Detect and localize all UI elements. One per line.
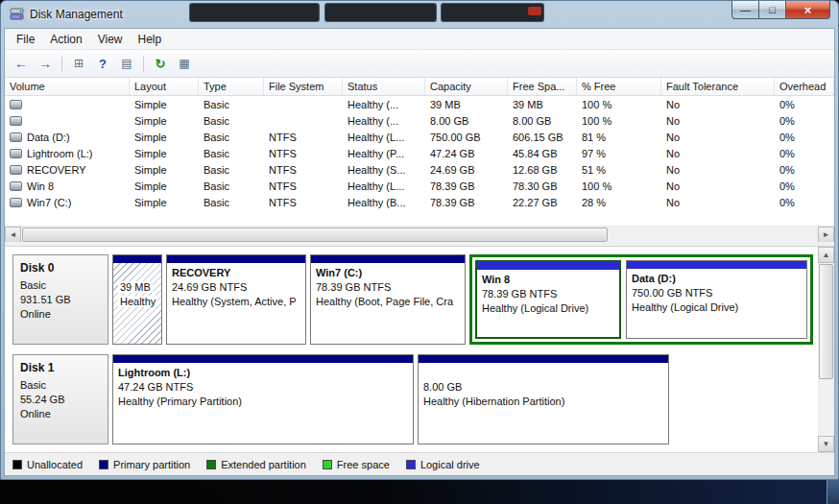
disk-status: Online bbox=[20, 407, 101, 421]
column-header-volume[interactable]: Volume bbox=[5, 78, 130, 95]
show-console-tree-button[interactable]: ⊞ bbox=[67, 53, 90, 74]
menu-action[interactable]: Action bbox=[42, 30, 89, 49]
back-button[interactable]: ← bbox=[10, 53, 33, 74]
extended-partition[interactable]: Win 8 78.39 GB NTFS Healthy (Logical Dri… bbox=[469, 254, 813, 345]
volume-row[interactable]: Simple Basic Healthy (... 39 MB 39 MB 10… bbox=[5, 96, 834, 112]
scroll-down-button[interactable]: ▼ bbox=[818, 436, 834, 452]
partition-oem-39mb[interactable]: 39 MB Healthy bbox=[112, 254, 162, 345]
cell-overhead: 0% bbox=[775, 99, 834, 110]
volume-icon bbox=[10, 100, 22, 109]
volume-icon bbox=[10, 149, 22, 158]
partition-size: 24.69 GB NTFS bbox=[172, 280, 300, 295]
legend-item: Primary partition bbox=[99, 459, 190, 470]
column-header-fault-tolerance[interactable]: Fault Tolerance bbox=[661, 78, 775, 95]
volume-row[interactable]: Win 8 Simple Basic NTFS Healthy (L... 78… bbox=[5, 178, 834, 194]
volume-row[interactable]: Simple Basic Healthy (... 8.00 GB 8.00 G… bbox=[5, 112, 834, 129]
back-icon: ← bbox=[14, 56, 28, 71]
scroll-right-button[interactable]: ► bbox=[818, 227, 834, 243]
column-header-file-system[interactable]: File System bbox=[264, 78, 343, 95]
cell-fault-tolerance: No bbox=[661, 180, 775, 192]
partition-size: 78.39 GB NTFS bbox=[482, 287, 614, 301]
partition-win8[interactable]: Win 8 78.39 GB NTFS Healthy (Logical Dri… bbox=[475, 260, 621, 339]
disk-0-info[interactable]: Disk 0 Basic 931.51 GB Online bbox=[12, 254, 108, 345]
logical-drive-color-swatch bbox=[406, 460, 416, 469]
partition-status: Healthy (Logical Drive) bbox=[632, 300, 802, 315]
menu-view[interactable]: View bbox=[90, 30, 131, 49]
partition-name bbox=[118, 266, 156, 280]
partition-hibernation[interactable]: 8.00 GB Healthy (Hibernation Partition) bbox=[418, 354, 669, 444]
forward-button[interactable]: → bbox=[34, 53, 57, 74]
disk-capacity: 55.24 GB bbox=[20, 393, 101, 407]
help-icon: ? bbox=[99, 57, 107, 71]
partition-recovery[interactable]: RECOVERY 24.69 GB NTFS Healthy (System, … bbox=[166, 254, 306, 345]
vertical-scrollbar-thumb[interactable] bbox=[819, 264, 833, 379]
volume-list-header: Volume Layout Type File System Status Ca… bbox=[5, 78, 834, 96]
volume-row[interactable]: Data (D:) Simple Basic NTFS Healthy (L..… bbox=[5, 129, 834, 145]
vertical-scrollbar-track[interactable] bbox=[818, 379, 834, 436]
partition-status: Healthy (Hibernation Partition) bbox=[423, 395, 663, 409]
taskbar[interactable] bbox=[0, 480, 839, 504]
unused-space bbox=[673, 354, 813, 444]
column-header-type[interactable]: Type bbox=[199, 78, 264, 95]
title-bar[interactable]: Disk Management — □ × bbox=[1, 1, 838, 28]
column-header-free-space[interactable]: Free Spa... bbox=[508, 78, 577, 95]
help-button[interactable]: ? bbox=[91, 53, 114, 74]
volume-row[interactable]: RECOVERY Simple Basic NTFS Healthy (S...… bbox=[5, 161, 834, 178]
menu-file[interactable]: File bbox=[9, 30, 42, 49]
column-header-capacity[interactable]: Capacity bbox=[425, 78, 508, 95]
scroll-up-button[interactable]: ▲ bbox=[818, 247, 834, 263]
minimize-button[interactable]: — bbox=[731, 1, 759, 19]
horizontal-scrollbar: ◄ ► bbox=[5, 226, 834, 242]
partition-name: Lightroom (L:) bbox=[118, 366, 408, 380]
console-tree-icon: ⊞ bbox=[74, 57, 84, 70]
cell-type: Basic bbox=[199, 148, 264, 159]
cell-fault-tolerance: No bbox=[661, 99, 775, 110]
scroll-up-icon: ▲ bbox=[823, 251, 830, 259]
disk-0-partitions: 39 MB Healthy RECOVERY 24.69 GB NTFS Hea… bbox=[112, 254, 813, 345]
volume-row[interactable]: Lightroom (L:) Simple Basic NTFS Healthy… bbox=[5, 145, 834, 161]
cell-fault-tolerance: No bbox=[661, 132, 775, 143]
column-header-layout[interactable]: Layout bbox=[130, 78, 199, 95]
legend-label: Logical drive bbox=[420, 459, 480, 470]
desktop: Disk Management — □ × File Action View bbox=[0, 0, 839, 504]
column-header-overhead[interactable]: Overhead bbox=[775, 78, 834, 95]
partition-data-d[interactable]: Data (D:) 750.00 GB NTFS Healthy (Logica… bbox=[626, 260, 807, 339]
cell-overhead: 0% bbox=[775, 132, 834, 143]
refresh-button[interactable]: ↻ bbox=[149, 53, 172, 74]
column-header-pct-free[interactable]: % Free bbox=[577, 78, 661, 95]
cell-layout: Simple bbox=[130, 180, 199, 192]
partition-size: 47.24 GB NTFS bbox=[118, 380, 408, 395]
scroll-left-button[interactable]: ◄ bbox=[5, 227, 21, 243]
partition-win7-c[interactable]: Win7 (C:) 78.39 GB NTFS Healthy (Boot, P… bbox=[310, 254, 466, 345]
column-header-status[interactable]: Status bbox=[343, 78, 425, 95]
disk-1-info[interactable]: Disk 1 Basic 55.24 GB Online bbox=[12, 354, 108, 444]
maximize-button[interactable]: □ bbox=[759, 1, 786, 19]
show-desktop-button[interactable] bbox=[827, 480, 839, 504]
close-icon: × bbox=[804, 3, 812, 17]
volume-icon bbox=[10, 198, 22, 207]
cell-file-system: NTFS bbox=[264, 197, 343, 208]
volume-row[interactable]: Win7 (C:) Simple Basic NTFS Healthy (B..… bbox=[5, 194, 834, 210]
volume-icon bbox=[10, 181, 22, 191]
cell-volume: Data (D:) bbox=[5, 132, 130, 143]
cell-volume: Lightroom (L:) bbox=[5, 148, 130, 159]
horizontal-scrollbar-thumb[interactable] bbox=[22, 228, 608, 242]
menu-help[interactable]: Help bbox=[131, 30, 170, 49]
close-button[interactable]: × bbox=[786, 1, 830, 19]
disk-name: Disk 0 bbox=[20, 261, 101, 276]
partition-name bbox=[423, 366, 663, 380]
cell-type: Basic bbox=[199, 164, 264, 176]
disk-management-icon bbox=[10, 7, 24, 25]
partition-name: RECOVERY bbox=[172, 266, 300, 280]
refresh-icon: ↻ bbox=[156, 57, 166, 71]
properties-button[interactable]: ▤ bbox=[115, 53, 138, 74]
cell-status: Healthy (B... bbox=[343, 197, 425, 208]
toolbar-separator bbox=[61, 56, 62, 72]
partition-lightroom-l[interactable]: Lightroom (L:) 47.24 GB NTFS Healthy (Pr… bbox=[112, 354, 414, 444]
scroll-left-icon: ◄ bbox=[10, 230, 17, 239]
forward-icon: → bbox=[38, 56, 52, 71]
cell-capacity: 24.69 GB bbox=[425, 164, 508, 176]
cell-file-system: NTFS bbox=[264, 180, 343, 192]
rescan-disks-button[interactable]: ▦ bbox=[173, 53, 196, 74]
extended-partition-color-swatch bbox=[206, 460, 216, 469]
